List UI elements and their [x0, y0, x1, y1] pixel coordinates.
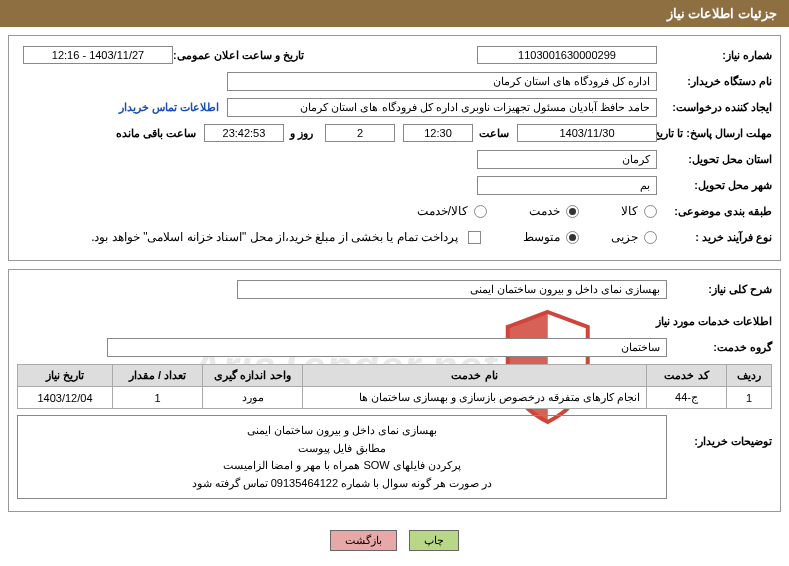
lbl-cat-service: خدمت	[529, 204, 560, 218]
city: بم	[477, 176, 657, 195]
description-box: AriaTender.net شرح کلی نیاز: بهسازی نمای…	[8, 269, 781, 512]
general-info-box: شماره نیاز: 1103001630000299 تاریخ و ساع…	[8, 35, 781, 261]
time-remain: 23:42:53	[204, 124, 284, 142]
payment-note: پرداخت تمام یا بخشی از مبلغ خرید،از محل …	[91, 230, 458, 244]
lbl-need-no: شماره نیاز:	[657, 49, 772, 62]
radio-medium[interactable]	[566, 231, 579, 244]
lbl-proc-type: نوع فرآیند خرید :	[657, 231, 772, 244]
lbl-overall: شرح کلی نیاز:	[667, 283, 772, 296]
note-line-4: در صورت هر گونه سوال با شماره 0913546412…	[28, 475, 656, 493]
requester: حامد حافظ آبادیان مسئول تجهیزات ناوبری ا…	[227, 98, 657, 117]
lbl-deadline: مهلت ارسال پاسخ: تا تاریخ:	[657, 127, 772, 140]
table-row: 1 ج-44 انجام کارهای متفرقه درخصوص بازساز…	[18, 387, 772, 409]
overall-desc: بهسازی نمای داخل و بیرون ساختمان ایمنی	[237, 280, 667, 299]
contact-link[interactable]: اطلاعات تماس خریدار	[119, 101, 219, 114]
page-header: جزئیات اطلاعات نیاز	[0, 0, 789, 27]
deadline-time: 12:30	[403, 124, 473, 142]
cell-unit: مورد	[203, 387, 303, 409]
checkbox-treasury[interactable]	[468, 231, 481, 244]
cell-code: ج-44	[647, 387, 727, 409]
lbl-proc-minor: جزیی	[611, 230, 638, 244]
lbl-group: گروه خدمت:	[667, 341, 772, 354]
lbl-time: ساعت	[479, 127, 509, 140]
radio-both[interactable]	[474, 205, 487, 218]
lbl-remain: ساعت باقی مانده	[116, 127, 196, 140]
days-remain: 2	[325, 124, 395, 142]
th-unit: واحد اندازه گیری	[203, 365, 303, 387]
province: کرمان	[477, 150, 657, 169]
note-line-1: بهسازی نمای داخل و بیرون ساختمان ایمنی	[28, 422, 656, 440]
button-row: چاپ بازگشت	[0, 520, 789, 561]
lbl-category: طبقه بندی موضوعی:	[657, 205, 772, 218]
radio-service[interactable]	[566, 205, 579, 218]
lbl-city: شهر محل تحویل:	[657, 179, 772, 192]
page-title: جزئیات اطلاعات نیاز	[667, 6, 777, 21]
services-table: ردیف کد خدمت نام خدمت واحد اندازه گیری ت…	[17, 364, 772, 409]
lbl-services-info: اطلاعات خدمات مورد نیاز	[656, 315, 772, 328]
lbl-cat-both: کالا/خدمت	[417, 204, 468, 218]
print-button[interactable]: چاپ	[409, 530, 459, 551]
buyer-notes: بهسازی نمای داخل و بیرون ساختمان ایمنی م…	[17, 415, 667, 499]
category-radio-group: کالا خدمت کالا/خدمت	[417, 204, 657, 218]
th-date: تاریخ نیاز	[18, 365, 113, 387]
lbl-buyer-notes: توضیحات خریدار:	[667, 415, 772, 448]
lbl-buyer-org: نام دستگاه خریدار:	[657, 75, 772, 88]
table-header-row: ردیف کد خدمت نام خدمت واحد اندازه گیری ت…	[18, 365, 772, 387]
radio-goods[interactable]	[644, 205, 657, 218]
cell-no: 1	[727, 387, 772, 409]
back-button[interactable]: بازگشت	[330, 530, 397, 551]
lbl-requester: ایجاد کننده درخواست:	[657, 101, 772, 114]
cell-name: انجام کارهای متفرقه درخصوص بازسازی و بهس…	[303, 387, 647, 409]
lbl-province: استان محل تحویل:	[657, 153, 772, 166]
radio-minor[interactable]	[644, 231, 657, 244]
th-code: کد خدمت	[647, 365, 727, 387]
proc-radio-group: جزیی متوسط پرداخت تمام یا بخشی از مبلغ خ…	[91, 230, 657, 244]
lbl-announce: تاریخ و ساعت اعلان عمومی:	[173, 49, 304, 62]
cell-date: 1403/12/04	[18, 387, 113, 409]
th-row: ردیف	[727, 365, 772, 387]
th-name: نام خدمت	[303, 365, 647, 387]
lbl-proc-medium: متوسط	[523, 230, 560, 244]
announce-datetime: 1403/11/27 - 12:16	[23, 46, 173, 64]
cell-qty: 1	[113, 387, 203, 409]
deadline-date: 1403/11/30	[517, 124, 657, 142]
service-group: ساختمان	[107, 338, 667, 357]
buyer-org: اداره کل فرودگاه های استان کرمان	[227, 72, 657, 91]
need-number: 1103001630000299	[477, 46, 657, 64]
note-line-3: پرکردن فایلهای SOW همراه با مهر و امضا ا…	[28, 457, 656, 475]
lbl-cat-goods: کالا	[621, 204, 638, 218]
note-line-2: مطابق فایل پیوست	[28, 440, 656, 458]
lbl-days-and: روز و	[290, 127, 313, 140]
th-qty: تعداد / مقدار	[113, 365, 203, 387]
